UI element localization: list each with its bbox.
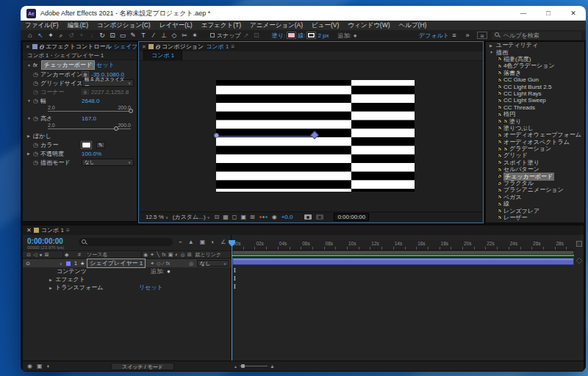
eye-icon[interactable]: ⊙	[23, 261, 30, 267]
time-ruler[interactable]: 00s02s04s06s08s10s12s14s16s18s20s22s24s2…	[232, 240, 575, 250]
stopwatch-icon[interactable]: ◷	[33, 98, 40, 104]
effect-header-row[interactable]: ▼ fx チェッカーボード リセット	[23, 60, 137, 70]
stopwatch-icon[interactable]: ◷	[33, 80, 40, 87]
motion-blur-toggle-icon[interactable]: ◐	[47, 363, 51, 369]
frame-blend-toggle-icon[interactable]: ▣	[37, 363, 43, 369]
twirl-icon[interactable]: ▶	[27, 134, 33, 138]
group-row-transform[interactable]: ▶ トランスフォーム リセット	[23, 283, 231, 292]
path-vertex-handle[interactable]	[214, 133, 219, 138]
number-column[interactable]: #	[78, 252, 87, 257]
menu-item[interactable]: レイヤー(L)	[155, 21, 197, 30]
stopwatch-icon[interactable]: ◷	[33, 115, 40, 122]
close-panel-icon[interactable]: ✕	[26, 44, 30, 50]
workspace-name[interactable]: デフォルト	[419, 32, 449, 40]
composition-tab[interactable]: ✕ コンポジション コンポ 1 ≡	[139, 42, 483, 51]
layer-switch-icon[interactable]: ◇	[157, 261, 160, 267]
exposure-icon[interactable]: ◉	[272, 214, 277, 220]
composition-viewer[interactable]	[140, 61, 482, 212]
overflow-icon[interactable]: »	[462, 32, 473, 39]
stopwatch-icon[interactable]: ◷	[33, 142, 40, 148]
group-row-contents[interactable]: コンテンツ 追加: ●	[23, 267, 231, 275]
menu-item[interactable]: ヘルプ(H)	[395, 21, 431, 30]
switch-icon[interactable]: ╲	[157, 252, 159, 258]
timeline-toggle-icon[interactable]: ⌁	[179, 239, 182, 245]
viewer-icon[interactable]: ▦	[223, 214, 229, 220]
twirl-icon[interactable]: ∨	[60, 261, 65, 266]
width-slider[interactable]	[48, 111, 131, 112]
av-icon[interactable]: ●	[39, 252, 42, 258]
switch-icon[interactable]: ◎	[181, 252, 185, 258]
reset-link[interactable]: リセット	[90, 61, 115, 69]
twirl-icon[interactable]: ▼	[27, 116, 33, 120]
effect-list-item[interactable]: ベガス	[486, 194, 584, 200]
snapshot-camera-icon[interactable]	[304, 214, 312, 220]
switch-icon[interactable]: fx	[162, 252, 165, 258]
workspace-menu-icon[interactable]: ≡	[449, 32, 459, 39]
opacity-value[interactable]: 100.0%	[82, 151, 101, 157]
tool-button[interactable]: ↺	[66, 32, 76, 40]
stopwatch-icon[interactable]: ◷	[33, 151, 40, 157]
twirl-icon[interactable]: ▶	[490, 43, 494, 48]
switch-icon[interactable]: ⊞	[187, 252, 192, 258]
timeline-tab[interactable]: ✕ コンポ 1 ≡	[23, 225, 584, 235]
viewer-tab-comp1[interactable]: コンポ 1	[143, 50, 182, 60]
tool-button[interactable]: ↖	[35, 32, 46, 40]
layer-row[interactable]: ⊙ ∨ 1 ★ シェイプレイヤー 1 ✦◇∕fx ◎ なし ∨	[23, 259, 231, 267]
av-icon[interactable]: ◁	[33, 252, 37, 258]
transform-reset-link[interactable]: リセット	[139, 283, 163, 292]
twirl-icon[interactable]: ▼	[490, 50, 494, 54]
effect-list-item[interactable]: 落書き	[486, 70, 584, 76]
tool-button[interactable]: +	[76, 32, 87, 40]
tool-button[interactable]: ↻	[97, 32, 107, 40]
layer-switch-icon[interactable]: ∕	[163, 261, 164, 267]
effect-list-item[interactable]: グラデーション	[486, 145, 584, 152]
tool-button[interactable]: ⌂	[25, 32, 35, 40]
group-row-effects[interactable]: ▶ エフェクト	[23, 275, 231, 283]
effect-list-item[interactable]: 塗り	[486, 118, 584, 124]
effect-list-item[interactable]: チェッカーボード	[486, 173, 584, 179]
resolution-dropdown[interactable]: (カスタム...) ∨	[173, 213, 210, 221]
switch-icon[interactable]: ✦	[150, 252, 154, 258]
tool-button[interactable]: ✦	[46, 32, 56, 40]
timeline-toggle-icon[interactable]: ▣	[200, 239, 206, 245]
exposure-value[interactable]: +0.0	[282, 214, 293, 220]
layer-switch-icon[interactable]: fx	[166, 261, 170, 267]
eyedropper-icon[interactable]: ✎	[96, 142, 105, 148]
viewer-icon[interactable]: ⊡	[214, 214, 219, 220]
grid-size-dropdown[interactable]: 幅 & 高さスライダー ∨	[82, 79, 134, 87]
stroke-width[interactable]: 2 px	[318, 32, 329, 39]
panel-menu-icon[interactable]: ≡	[231, 43, 234, 50]
parent-link-column[interactable]: 親とリンク	[196, 251, 222, 258]
timeline-toggle-icon[interactable]: ◐	[211, 239, 215, 245]
color-swatch[interactable]	[82, 142, 91, 148]
fill-swatch[interactable]	[287, 32, 295, 38]
viewer-icon[interactable]: ⊞	[250, 214, 255, 220]
close-panel-icon[interactable]: ✕	[26, 227, 32, 234]
av-icon[interactable]: ⊠	[45, 252, 49, 258]
menu-item[interactable]: 編集(E)	[63, 21, 93, 30]
viewer-icon[interactable]: ◻	[232, 214, 237, 220]
tool-button[interactable]: ⌕	[56, 32, 66, 40]
fill-label[interactable]: 塗り:	[272, 32, 285, 40]
height-slider-handle[interactable]	[114, 126, 118, 131]
snap-toggle[interactable]: スナップ ↗ ⊡	[210, 32, 262, 40]
effect-list-item[interactable]: CC Threads	[486, 104, 584, 111]
menu-item[interactable]: エフェクト(T)	[197, 21, 245, 30]
width-slider-handle[interactable]	[129, 109, 133, 113]
switch-icon[interactable]: ◉	[143, 252, 148, 258]
twirl-icon[interactable]: ▼	[27, 63, 33, 68]
comp-button-icon[interactable]	[576, 257, 582, 264]
switch-icon[interactable]: ▣	[168, 252, 173, 258]
effect-list-item[interactable]: 4色グラデーション	[486, 62, 584, 69]
menu-item[interactable]: ファイル(F)	[21, 21, 63, 30]
effect-list-item[interactable]: ブラシアニメーション	[486, 187, 584, 193]
twirl-icon[interactable]: ▶	[27, 151, 33, 156]
layer-switch-icon[interactable]: ✦	[150, 261, 154, 267]
close-button[interactable]: ✕	[561, 6, 586, 21]
effect-list-item[interactable]: レーザー	[486, 214, 584, 221]
menu-item[interactable]: ウィンドウ(W)	[343, 21, 394, 30]
effect-list-item[interactable]: CC Light Burst 2.5	[486, 83, 584, 90]
maximize-button[interactable]: □	[536, 6, 561, 21]
parent-dropdown[interactable]: なし ∨	[197, 260, 229, 267]
timeline-toggle-icon[interactable]: ∠	[220, 239, 226, 245]
